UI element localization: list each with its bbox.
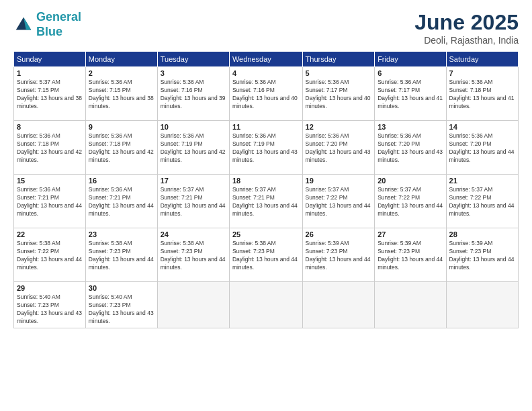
calendar-cell: 22 Sunrise: 5:38 AM Sunset: 7:22 PM Dayl…	[14, 228, 86, 282]
day-number: 26	[306, 230, 372, 238]
month-title: June 2025	[414, 10, 519, 35]
calendar-cell: 12 Sunrise: 5:36 AM Sunset: 7:20 PM Dayl…	[302, 121, 375, 175]
day-number: 22	[17, 230, 83, 238]
calendar-cell: 2 Sunrise: 5:36 AM Sunset: 7:15 PM Dayli…	[85, 67, 157, 121]
day-number: 2	[89, 69, 154, 77]
day-number: 10	[161, 123, 226, 131]
day-number: 19	[306, 177, 372, 185]
day-number: 17	[161, 177, 226, 185]
day-info: Sunrise: 5:37 AM Sunset: 7:22 PM Dayligh…	[378, 186, 443, 218]
calendar-cell: 4 Sunrise: 5:36 AM Sunset: 7:16 PM Dayli…	[229, 67, 302, 121]
day-info: Sunrise: 5:36 AM Sunset: 7:19 PM Dayligh…	[232, 132, 300, 165]
calendar-cell: 1 Sunrise: 5:37 AM Sunset: 7:15 PM Dayli…	[14, 67, 86, 121]
day-info: Sunrise: 5:40 AM Sunset: 7:23 PM Dayligh…	[17, 293, 83, 326]
day-info: Sunrise: 5:36 AM Sunset: 7:16 PM Dayligh…	[232, 79, 300, 111]
calendar-cell: 18 Sunrise: 5:37 AM Sunset: 7:21 PM Dayl…	[229, 175, 302, 228]
logo-line1: General	[36, 10, 81, 24]
day-number: 25	[232, 230, 300, 238]
page: General Blue June 2025 Deoli, Rajasthan,…	[0, 0, 532, 411]
calendar-week-row: 1 Sunrise: 5:37 AM Sunset: 7:15 PM Dayli…	[14, 67, 519, 121]
col-tuesday: Tuesday	[157, 52, 229, 67]
day-info: Sunrise: 5:36 AM Sunset: 7:17 PM Dayligh…	[306, 79, 372, 111]
calendar-cell: 27 Sunrise: 5:39 AM Sunset: 7:23 PM Dayl…	[375, 228, 446, 282]
calendar-cell: 15 Sunrise: 5:36 AM Sunset: 7:21 PM Dayl…	[14, 175, 86, 228]
calendar-cell: 11 Sunrise: 5:36 AM Sunset: 7:19 PM Dayl…	[229, 121, 302, 175]
calendar-cell: 9 Sunrise: 5:36 AM Sunset: 7:18 PM Dayli…	[85, 121, 157, 175]
logo-text: General Blue	[36, 10, 81, 39]
day-info: Sunrise: 5:36 AM Sunset: 7:21 PM Dayligh…	[89, 186, 154, 218]
day-number: 14	[449, 123, 515, 131]
day-info: Sunrise: 5:37 AM Sunset: 7:22 PM Dayligh…	[449, 186, 515, 218]
calendar-cell: 21 Sunrise: 5:37 AM Sunset: 7:22 PM Dayl…	[446, 175, 518, 228]
calendar-cell: 13 Sunrise: 5:36 AM Sunset: 7:20 PM Dayl…	[375, 121, 446, 175]
calendar-cell: 14 Sunrise: 5:36 AM Sunset: 7:20 PM Dayl…	[446, 121, 518, 175]
calendar-cell	[375, 282, 446, 328]
day-info: Sunrise: 5:36 AM Sunset: 7:20 PM Dayligh…	[449, 132, 515, 165]
day-info: Sunrise: 5:37 AM Sunset: 7:21 PM Dayligh…	[232, 186, 300, 218]
calendar-cell: 19 Sunrise: 5:37 AM Sunset: 7:22 PM Dayl…	[302, 175, 375, 228]
day-number: 18	[232, 177, 300, 185]
day-number: 24	[161, 230, 226, 238]
day-number: 27	[378, 230, 443, 238]
col-friday: Friday	[375, 52, 446, 67]
day-info: Sunrise: 5:37 AM Sunset: 7:15 PM Dayligh…	[17, 79, 83, 111]
day-number: 21	[449, 177, 515, 185]
day-number: 29	[17, 284, 83, 292]
day-number: 28	[449, 230, 515, 238]
day-info: Sunrise: 5:37 AM Sunset: 7:21 PM Dayligh…	[161, 186, 226, 218]
day-number: 11	[232, 123, 300, 131]
day-number: 23	[89, 230, 154, 238]
calendar-cell	[157, 282, 229, 328]
day-info: Sunrise: 5:36 AM Sunset: 7:17 PM Dayligh…	[378, 79, 443, 111]
calendar-cell	[446, 282, 518, 328]
day-info: Sunrise: 5:38 AM Sunset: 7:22 PM Dayligh…	[17, 240, 83, 272]
logo-line2: Blue	[36, 25, 62, 38]
logo-icon	[13, 15, 34, 35]
calendar-cell	[229, 282, 302, 328]
calendar-week-row: 22 Sunrise: 5:38 AM Sunset: 7:22 PM Dayl…	[14, 228, 519, 282]
logo: General Blue	[13, 10, 81, 39]
day-info: Sunrise: 5:38 AM Sunset: 7:23 PM Dayligh…	[161, 240, 226, 272]
day-number: 12	[306, 123, 372, 131]
day-info: Sunrise: 5:38 AM Sunset: 7:23 PM Dayligh…	[232, 240, 300, 272]
day-info: Sunrise: 5:36 AM Sunset: 7:18 PM Dayligh…	[449, 79, 515, 111]
day-number: 15	[17, 177, 83, 185]
day-info: Sunrise: 5:36 AM Sunset: 7:18 PM Dayligh…	[89, 132, 154, 165]
calendar-header-row: Sunday Monday Tuesday Wednesday Thursday…	[14, 52, 519, 67]
calendar-cell: 29 Sunrise: 5:40 AM Sunset: 7:23 PM Dayl…	[14, 282, 86, 328]
day-info: Sunrise: 5:39 AM Sunset: 7:23 PM Dayligh…	[378, 240, 443, 272]
col-thursday: Thursday	[302, 52, 375, 67]
day-number: 13	[378, 123, 443, 131]
day-number: 4	[232, 69, 300, 77]
day-number: 7	[449, 69, 515, 77]
day-number: 9	[89, 123, 154, 131]
day-number: 30	[89, 284, 154, 292]
calendar-cell: 25 Sunrise: 5:38 AM Sunset: 7:23 PM Dayl…	[229, 228, 302, 282]
day-info: Sunrise: 5:36 AM Sunset: 7:15 PM Dayligh…	[89, 79, 154, 111]
calendar-cell: 10 Sunrise: 5:36 AM Sunset: 7:19 PM Dayl…	[157, 121, 229, 175]
day-info: Sunrise: 5:36 AM Sunset: 7:19 PM Dayligh…	[161, 132, 226, 165]
calendar-cell: 24 Sunrise: 5:38 AM Sunset: 7:23 PM Dayl…	[157, 228, 229, 282]
location: Deoli, Rajasthan, India	[414, 35, 519, 46]
calendar-week-row: 15 Sunrise: 5:36 AM Sunset: 7:21 PM Dayl…	[14, 175, 519, 228]
calendar-cell: 7 Sunrise: 5:36 AM Sunset: 7:18 PM Dayli…	[446, 67, 518, 121]
day-number: 8	[17, 123, 83, 131]
day-number: 20	[378, 177, 443, 185]
day-number: 6	[378, 69, 443, 77]
calendar-cell: 23 Sunrise: 5:38 AM Sunset: 7:23 PM Dayl…	[85, 228, 157, 282]
day-info: Sunrise: 5:39 AM Sunset: 7:23 PM Dayligh…	[449, 240, 515, 272]
header: General Blue June 2025 Deoli, Rajasthan,…	[13, 10, 519, 46]
calendar-cell: 5 Sunrise: 5:36 AM Sunset: 7:17 PM Dayli…	[302, 67, 375, 121]
calendar-cell: 26 Sunrise: 5:39 AM Sunset: 7:23 PM Dayl…	[302, 228, 375, 282]
day-info: Sunrise: 5:40 AM Sunset: 7:23 PM Dayligh…	[89, 293, 154, 326]
day-info: Sunrise: 5:39 AM Sunset: 7:23 PM Dayligh…	[306, 240, 372, 272]
calendar-cell: 17 Sunrise: 5:37 AM Sunset: 7:21 PM Dayl…	[157, 175, 229, 228]
calendar-table: Sunday Monday Tuesday Wednesday Thursday…	[13, 51, 519, 328]
calendar-cell: 8 Sunrise: 5:36 AM Sunset: 7:18 PM Dayli…	[14, 121, 86, 175]
day-info: Sunrise: 5:36 AM Sunset: 7:21 PM Dayligh…	[17, 186, 83, 218]
col-sunday: Sunday	[14, 52, 86, 67]
calendar-cell	[302, 282, 375, 328]
day-info: Sunrise: 5:36 AM Sunset: 7:20 PM Dayligh…	[306, 132, 372, 165]
day-number: 16	[89, 177, 154, 185]
day-number: 1	[17, 69, 83, 77]
